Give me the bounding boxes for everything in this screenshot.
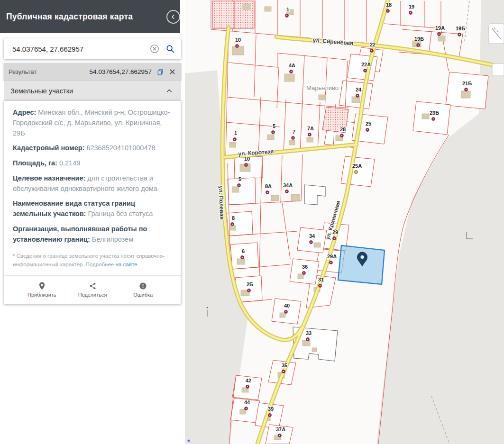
svg-text:21Б: 21Б	[462, 81, 472, 86]
svg-text:2Б: 2Б	[247, 281, 253, 287]
actions-row: Приблизить Поделиться Ошибка	[13, 276, 172, 304]
svg-text:34: 34	[309, 233, 315, 239]
action-error-button[interactable]: Ошибка	[118, 280, 168, 299]
footnote-suffix: .	[137, 262, 139, 267]
side-panel: Публичная кадастровая карта Результат 54…	[0, 0, 185, 444]
svg-text:24: 24	[356, 87, 362, 92]
detail-border-status-value: Граница без статуса	[88, 210, 153, 217]
svg-text:19Б: 19Б	[414, 36, 424, 42]
action-zoom-button[interactable]: Приблизить	[17, 280, 67, 299]
collapse-panel-button[interactable]	[166, 10, 180, 24]
svg-text:28: 28	[340, 127, 346, 132]
detail-cadastral-value: 623685204101000478	[86, 144, 155, 152]
detail-address-value: Минская обл., Минский р-н, Острошицко-Го…	[13, 109, 170, 137]
svg-text:35: 35	[282, 362, 287, 368]
svg-text:37А: 37А	[276, 426, 285, 432]
svg-text:42: 42	[246, 378, 251, 383]
svg-text:34А: 34А	[283, 182, 293, 188]
svg-text:19А: 19А	[435, 25, 445, 31]
clear-search-icon[interactable]	[150, 44, 159, 54]
map[interactable]: ул. Сиреневаяул. Короткаяул. Полеваяул. …	[185, 0, 504, 444]
svg-text:10: 10	[244, 156, 250, 162]
pin-icon	[37, 281, 46, 290]
result-coordinates: 54.037654,27.662957	[90, 68, 152, 75]
section-land-parcels[interactable]: Земельные участки	[4, 81, 181, 100]
svg-text:1: 1	[286, 7, 289, 12]
search-input[interactable]	[4, 45, 150, 54]
error-icon	[138, 281, 147, 290]
close-result-icon[interactable]	[169, 68, 176, 75]
detail-area-label: Площадь, га:	[13, 159, 57, 167]
svg-text:10: 10	[235, 37, 241, 43]
result-label: Результат	[9, 68, 37, 75]
svg-text:22: 22	[370, 42, 376, 47]
footnote-text: * Сведения о границе земельного участка …	[13, 253, 165, 267]
share-icon	[88, 281, 97, 290]
svg-text:5: 5	[273, 123, 275, 129]
detail-row-area: Площадь, га: 0.2149	[13, 158, 172, 169]
svg-text:18: 18	[386, 2, 392, 8]
section-title: Земельные участки	[10, 87, 73, 95]
detail-row-border-status: Наименование вида статуса границ земельн…	[13, 199, 172, 219]
chevron-up-icon	[166, 88, 173, 94]
svg-text:36: 36	[302, 264, 308, 270]
svg-text:44: 44	[244, 399, 250, 405]
action-error-label: Ошибка	[133, 292, 153, 298]
svg-text:29А: 29А	[327, 254, 337, 259]
svg-text:7А: 7А	[307, 126, 314, 131]
cadastral-map-canvas[interactable]: ул. Сиреневаяул. Короткаяул. Полеваяул. …	[185, 0, 504, 444]
place-label: Марьяливо	[306, 84, 339, 91]
svg-text:33: 33	[306, 330, 312, 336]
detail-cadastral-label: Кадастровый номер:	[13, 144, 84, 152]
svg-text:4А: 4А	[289, 63, 295, 68]
svg-text:31: 31	[318, 277, 324, 282]
svg-text:23Б: 23Б	[430, 110, 439, 116]
detail-row-organization: Организация, выполнявшая работы по устан…	[13, 224, 172, 245]
chevron-left-icon	[170, 13, 177, 20]
svg-text:40: 40	[284, 303, 290, 308]
detail-row-address: Адрес: Минская обл., Минский р-н, Острош…	[13, 108, 172, 138]
svg-text:8: 8	[232, 215, 235, 221]
svg-text:7: 7	[293, 129, 295, 135]
svg-text:25А: 25А	[352, 163, 362, 169]
app-header: Публичная кадастровая карта	[0, 0, 180, 33]
app-title: Публичная кадастровая карта	[0, 12, 133, 22]
svg-text:39: 39	[268, 406, 274, 412]
site-link[interactable]: на сайте	[115, 262, 137, 267]
svg-text:19Б: 19Б	[456, 26, 465, 31]
svg-text:8А: 8А	[265, 183, 272, 189]
detail-row-cadastral-number: Кадастровый номер: 623685204101000478	[13, 143, 172, 154]
detail-row-purpose: Целевое назначение: для строительства и …	[13, 173, 172, 194]
detail-organization-value: Белгипрозем	[92, 236, 133, 243]
detail-address-label: Адрес:	[13, 109, 36, 116]
map-tool-button-2[interactable]	[492, 63, 504, 76]
svg-text:25: 25	[366, 121, 371, 127]
svg-text:22А: 22А	[361, 62, 371, 67]
copy-icon[interactable]	[156, 68, 164, 76]
detail-area-value: 0.2149	[59, 159, 80, 167]
detail-purpose-label: Целевое назначение:	[13, 174, 85, 182]
svg-text:5: 5	[238, 176, 241, 182]
search-bar	[4, 38, 181, 59]
footnote: * Сведения о границе земельного участка …	[13, 252, 172, 269]
result-bar: Результат 54.037654,27.662957	[4, 63, 181, 81]
svg-text:19: 19	[409, 4, 414, 9]
svg-text:29: 29	[332, 229, 338, 235]
svg-text:6: 6	[242, 248, 245, 254]
action-zoom-label: Приблизить	[27, 292, 56, 298]
street-label: ул. Полевая	[218, 186, 225, 220]
action-share-button[interactable]: Поделиться	[67, 280, 118, 299]
parcel-details: Адрес: Минская обл., Минский р-н, Острош…	[4, 100, 181, 304]
action-share-label: Поделиться	[78, 292, 107, 298]
search-icon[interactable]	[165, 44, 175, 54]
svg-text:1: 1	[234, 130, 237, 136]
